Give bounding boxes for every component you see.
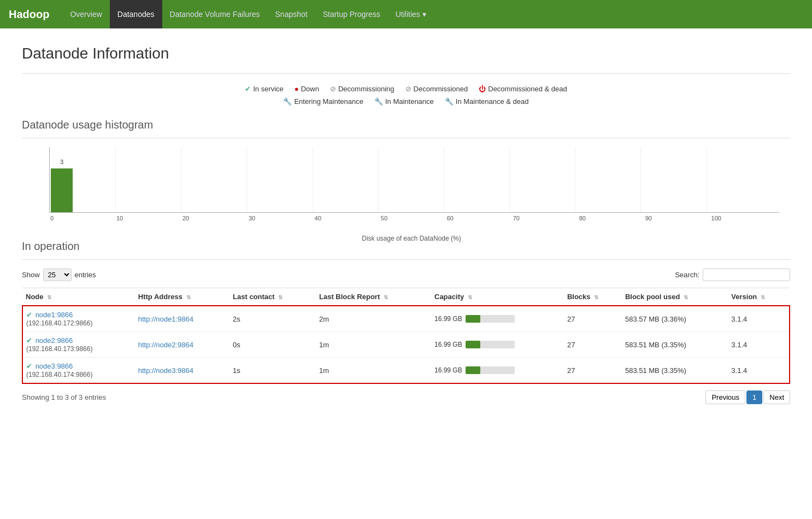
cell-http-address: http://node3:9864: [135, 358, 230, 384]
capacity-text: 16.99 GB: [434, 341, 462, 348]
cell-block-pool-used: 583.57 MB (3.36%): [622, 306, 728, 332]
nav-overview[interactable]: Overview: [62, 0, 109, 28]
main-content: Datanode Information ✔ In service ● Down…: [0, 28, 812, 421]
x-axis-ticks: 0 10 20 30 40 50 60 70 80 90 100 placeho…: [50, 215, 785, 221]
decommissioned-icon: ⊘: [405, 85, 411, 93]
col-capacity[interactable]: Capacity ⇅: [431, 288, 564, 306]
node-ip: (192.168.40.174:9866): [26, 371, 92, 378]
node-ip: (192.168.40.172:9866): [26, 319, 92, 327]
title-divider: [22, 73, 790, 74]
cell-last-contact: 1s: [230, 358, 316, 384]
cell-last-block-report: 2m: [316, 306, 431, 332]
nav-utilities[interactable]: Utilities ▾: [388, 0, 434, 28]
cell-block-pool-used: 583.51 MB (3.35%): [622, 358, 728, 384]
node-link[interactable]: node1:9866: [36, 311, 73, 319]
histogram-bar: 3: [51, 168, 73, 212]
navbar: Hadoop Overview Datanodes Datanode Volum…: [0, 0, 812, 28]
col-block-pool-used[interactable]: Block pool used ⇅: [622, 288, 728, 306]
cell-last-block-report: 1m: [316, 358, 431, 384]
show-entries: Show 10 25 50 100 entries: [22, 269, 96, 281]
capacity-bar-bg: [466, 315, 515, 323]
node-link[interactable]: node2:9866: [36, 336, 73, 345]
cell-last-contact: 0s: [230, 332, 316, 358]
cell-blocks: 27: [564, 306, 622, 332]
show-label: Show: [22, 271, 40, 279]
bar-value-label: 3: [60, 159, 63, 165]
pagination-buttons: Previous 1 Next: [705, 390, 790, 404]
cell-version: 3.1.4: [728, 332, 790, 358]
capacity-bar-fill: [466, 315, 480, 323]
node-sort-icon: ⇅: [47, 294, 51, 300]
capacity-text: 16.99 GB: [434, 366, 462, 374]
version-sort-icon: ⇅: [761, 294, 765, 300]
decommissioned-dead-icon: ⏻: [479, 85, 486, 93]
nav-volume-failures[interactable]: Datanode Volume Failures: [162, 0, 268, 28]
entries-label: entries: [75, 271, 96, 279]
col-node[interactable]: Node ⇅: [22, 288, 135, 306]
x-axis-title: Disk usage of each DataNode (%): [38, 235, 785, 242]
operation-section: Show 10 25 50 100 entries Search: Node ⇅…: [22, 259, 790, 404]
capacity-bar-fill: [466, 366, 480, 374]
http-address-link[interactable]: http://node1:9864: [138, 315, 193, 323]
pool-sort-icon: ⇅: [684, 294, 688, 300]
status-in-maintenance: 🔧 In Maintenance: [374, 97, 434, 106]
status-decommissioning: ⊘ Decommissioning: [330, 85, 395, 93]
status-in-service: ✔ In service: [245, 85, 284, 93]
cell-last-block-report: 1m: [316, 332, 431, 358]
histogram-container: 3 0 10 20 30 40 50 60 70 80 90 100 place…: [22, 138, 790, 224]
capacity-bar-wrap: 16.99 GB: [434, 315, 561, 323]
cell-http-address: http://node1:9864: [135, 306, 230, 332]
cell-last-contact: 2s: [230, 306, 316, 332]
nav-startup-progress[interactable]: Startup Progress: [315, 0, 388, 28]
node-status-icon: ✔: [26, 311, 32, 319]
capacity-bar-wrap: 16.99 GB: [434, 341, 561, 348]
block-report-sort-icon: ⇅: [384, 294, 388, 300]
col-http-address[interactable]: Http Address ⇅: [135, 288, 230, 306]
nav-datanodes[interactable]: Datanodes: [110, 0, 162, 28]
cell-block-pool-used: 583.51 MB (3.35%): [622, 332, 728, 358]
status-down: ● Down: [295, 85, 319, 93]
datanodes-table: Node ⇅ Http Address ⇅ Last contact ⇅ Las…: [22, 288, 790, 384]
capacity-bar-fill: [466, 341, 480, 348]
page-1-button[interactable]: 1: [746, 390, 762, 404]
search-label: Search:: [675, 271, 699, 279]
status-entering-maintenance: 🔧 Entering Maintenance: [283, 97, 363, 106]
search-input[interactable]: [703, 269, 790, 281]
pagination-info: Showing 1 to 3 of 3 entries: [22, 393, 106, 401]
http-address-link[interactable]: http://node2:9864: [138, 341, 193, 349]
node-status-icon: ✔: [26, 362, 32, 370]
down-icon: ●: [295, 85, 299, 93]
in-maintenance-icon: 🔧: [374, 97, 383, 106]
http-sort-icon: ⇅: [186, 294, 191, 300]
http-address-link[interactable]: http://node3:9864: [138, 366, 193, 375]
node-ip: (192.168.40.173:9866): [26, 345, 92, 353]
table-row: ✔ node2:9866 (192.168.40.173:9866) http:…: [22, 332, 790, 358]
cell-capacity: 16.99 GB: [431, 332, 564, 358]
node-link[interactable]: node3:9866: [36, 362, 73, 370]
entering-maintenance-icon: 🔧: [283, 97, 292, 106]
capacity-bar-bg: [466, 366, 515, 374]
capacity-sort-icon: ⇅: [468, 294, 472, 300]
node-status-icon: ✔: [26, 336, 32, 345]
cell-blocks: 27: [564, 358, 622, 384]
cell-version: 3.1.4: [728, 306, 790, 332]
status-legend-row2: 🔧 Entering Maintenance 🔧 In Maintenance …: [22, 97, 790, 106]
previous-button[interactable]: Previous: [705, 390, 745, 404]
col-last-contact[interactable]: Last contact ⇅: [230, 288, 316, 306]
nav-snapshot[interactable]: Snapshot: [268, 0, 315, 28]
table-header-row: Node ⇅ Http Address ⇅ Last contact ⇅ Las…: [22, 288, 790, 306]
blocks-sort-icon: ⇅: [594, 294, 598, 300]
cell-node: ✔ node3:9866 (192.168.40.174:9866): [22, 358, 135, 384]
table-row: ✔ node1:9866 (192.168.40.172:9866) http:…: [22, 306, 790, 332]
histogram-chart: 3 0 10 20 30 40 50 60 70 80 90 100 place…: [38, 147, 785, 224]
col-version[interactable]: Version ⇅: [728, 288, 790, 306]
entries-select[interactable]: 10 25 50 100: [43, 269, 72, 281]
next-button[interactable]: Next: [763, 390, 790, 404]
status-legend-row1: ✔ In service ● Down ⊘ Decommissioning ⊘ …: [22, 85, 790, 93]
cell-http-address: http://node2:9864: [135, 332, 230, 358]
col-blocks[interactable]: Blocks ⇅: [564, 288, 622, 306]
capacity-bar-wrap: 16.99 GB: [434, 366, 561, 374]
col-last-block-report[interactable]: Last Block Report ⇅: [316, 288, 431, 306]
table-row: ✔ node3:9866 (192.168.40.174:9866) http:…: [22, 358, 790, 384]
search-box: Search:: [675, 269, 790, 281]
